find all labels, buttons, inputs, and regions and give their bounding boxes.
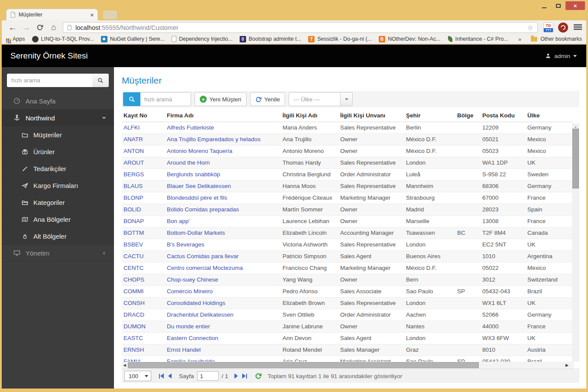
back-button[interactable]: ← bbox=[6, 20, 19, 34]
page-number-input[interactable] bbox=[197, 371, 219, 381]
bookmark-item[interactable]: Dependency Injectio... bbox=[172, 36, 233, 42]
reload-button[interactable] bbox=[33, 20, 46, 34]
customer-id-link[interactable]: BOTTM bbox=[122, 227, 165, 239]
column-header[interactable]: İlgili Kişi Adı bbox=[281, 110, 338, 122]
sidebar-item-alt-bolgeler[interactable]: Alt Bölgeler bbox=[2, 228, 114, 245]
page-size-select[interactable]: 100 bbox=[124, 371, 151, 381]
next-page-button[interactable] bbox=[234, 373, 238, 379]
sidebar-item-urunler[interactable]: Ürünler bbox=[2, 143, 114, 160]
company-name-link[interactable]: Ana Trujillo Emparedados y helados bbox=[165, 134, 281, 145]
customer-id-link[interactable]: DUMON bbox=[122, 321, 165, 332]
customer-id-link[interactable]: ERNSH bbox=[122, 344, 165, 356]
company-name-link[interactable]: Bon app' bbox=[165, 216, 281, 227]
tab-close-icon[interactable]: × bbox=[90, 12, 94, 18]
grid-search-input[interactable] bbox=[140, 92, 191, 106]
first-page-button[interactable] bbox=[159, 373, 164, 379]
customer-id-link[interactable]: BOLID bbox=[122, 204, 165, 215]
user-menu[interactable]: admin bbox=[545, 53, 586, 59]
bookmark-item[interactable]: BNOtherDev: Non-Ac... bbox=[379, 36, 441, 42]
company-name-link[interactable]: Bottom-Dollar Markets bbox=[165, 227, 281, 239]
company-name-link[interactable]: Centro comercial Moctezuma bbox=[165, 262, 281, 274]
sidebar-search-button[interactable] bbox=[92, 74, 109, 87]
bookmark-item[interactable]: Inheritance - C# Pro... bbox=[448, 36, 508, 42]
country-select-arrow-button[interactable] bbox=[340, 93, 352, 106]
company-name-link[interactable]: Bólido Comidas preparadas bbox=[165, 204, 281, 215]
scroll-left-icon[interactable]: ◀ bbox=[123, 363, 126, 367]
company-name-link[interactable]: Consolidated Holdings bbox=[165, 298, 281, 309]
sidebar-item-ana-bolgeler[interactable]: Ana Bölgeler bbox=[2, 211, 114, 228]
column-header[interactable]: Ülke bbox=[526, 110, 573, 122]
company-name-link[interactable]: Drachenblut Delikatessen bbox=[165, 309, 281, 321]
maximize-button[interactable] bbox=[552, 1, 565, 10]
prev-page-button[interactable] bbox=[168, 373, 172, 379]
bookmarks-overflow-chevron[interactable]: » bbox=[518, 36, 521, 42]
home-button[interactable]: ⌂ bbox=[47, 20, 60, 34]
customer-id-link[interactable]: CACTU bbox=[122, 251, 165, 262]
customer-id-link[interactable]: CONSH bbox=[122, 298, 165, 309]
company-name-link[interactable]: Du monde entier bbox=[165, 321, 281, 332]
sidebar-item-kategoriler[interactable]: Kategoriler bbox=[2, 194, 114, 211]
company-name-link[interactable]: Familia Arquibaldo bbox=[165, 356, 281, 362]
bookmark-item[interactable]: TSessizlik - Do-ga-ni (... bbox=[308, 36, 372, 42]
minimize-button[interactable] bbox=[538, 1, 551, 10]
customer-id-link[interactable]: FAMIA bbox=[122, 356, 165, 362]
company-name-link[interactable]: Blondesddsl père et fils bbox=[165, 192, 281, 204]
red-circle-extension-icon[interactable] bbox=[558, 23, 568, 32]
apps-bookmark[interactable]: Apps bbox=[6, 36, 25, 42]
company-name-link[interactable]: Alfreds Futterkiste bbox=[165, 122, 281, 133]
customer-id-link[interactable]: BONAP bbox=[122, 216, 165, 227]
column-header[interactable]: Bölge bbox=[455, 110, 481, 122]
company-name-link[interactable]: Around the Horn bbox=[165, 157, 281, 168]
country-select[interactable]: --- Ülke --- bbox=[289, 92, 353, 106]
scroll-right-icon[interactable]: ▶ bbox=[565, 363, 569, 367]
company-name-link[interactable]: Chop-suey Chinese bbox=[165, 274, 281, 285]
customer-id-link[interactable]: BLONP bbox=[122, 192, 165, 204]
company-name-link[interactable]: Eastern Connection bbox=[165, 333, 281, 344]
company-name-link[interactable]: B's Beverages bbox=[165, 239, 281, 250]
vertical-scroll-thumb[interactable] bbox=[572, 129, 579, 188]
column-header[interactable]: İlgili Kişi Unvanı bbox=[338, 110, 404, 122]
customer-id-link[interactable]: BERGS bbox=[122, 169, 165, 180]
refresh-button[interactable]: Yenile bbox=[250, 92, 285, 106]
new-customer-button[interactable]: + Yeni Müşteri bbox=[195, 92, 247, 106]
horizontal-scrollbar[interactable]: ◀ ▶ bbox=[122, 362, 574, 369]
last-page-button[interactable] bbox=[242, 373, 247, 379]
sidebar-item-yonetim[interactable]: Yönetim bbox=[2, 245, 114, 262]
company-name-link[interactable]: Antonio Moreno Taquería bbox=[165, 146, 281, 157]
customer-id-link[interactable]: BSBEV bbox=[122, 239, 165, 250]
pager-refresh-icon[interactable] bbox=[255, 373, 262, 379]
sidebar-search-input[interactable] bbox=[7, 74, 92, 87]
bookmark-star-icon[interactable]: ☆ bbox=[527, 23, 533, 32]
company-name-link[interactable]: Cactus Comidas para llevar bbox=[165, 251, 281, 262]
horizontal-scroll-thumb[interactable] bbox=[128, 362, 479, 368]
bookmark-item[interactable]: 0Bootstrap adminlte t... bbox=[240, 36, 302, 42]
sidebar-item-musteriler[interactable]: Müşteriler bbox=[2, 126, 114, 143]
customer-id-link[interactable]: CHOPS bbox=[122, 274, 165, 285]
new-tab-button[interactable] bbox=[103, 10, 117, 19]
td-extension-icon[interactable]: TD ??? bbox=[543, 23, 553, 32]
company-name-link[interactable]: Berglunds snabbköp bbox=[165, 169, 281, 180]
customer-id-link[interactable]: BLAUS bbox=[122, 181, 165, 192]
customer-id-link[interactable]: ALFKI bbox=[122, 122, 165, 133]
column-header[interactable]: Posta Kodu bbox=[481, 110, 526, 122]
company-name-link[interactable]: Ernst Handel bbox=[165, 344, 281, 356]
company-name-link[interactable]: Blauer See Delikatessen bbox=[165, 181, 281, 192]
bookmark-item[interactable]: LINQ-to-T-SQL Prov... bbox=[32, 36, 94, 42]
customer-id-link[interactable]: ANTON bbox=[122, 146, 165, 157]
sidebar-item-northwind[interactable]: Northwind bbox=[2, 110, 114, 126]
customer-id-link[interactable]: COMMI bbox=[122, 286, 165, 297]
vertical-scrollbar[interactable]: ▲ bbox=[572, 123, 579, 362]
customer-id-link[interactable]: EASTC bbox=[122, 333, 165, 344]
company-name-link[interactable]: Comércio Mineiro bbox=[165, 286, 281, 297]
forward-button[interactable]: → bbox=[19, 20, 32, 34]
browser-tab[interactable]: Müşteriler × bbox=[6, 9, 98, 20]
sidebar-item-ana-sayfa[interactable]: Ana Sayfa bbox=[2, 93, 114, 110]
url-bar[interactable]: localhost:55555/Northwind/Customer ☆ bbox=[63, 22, 538, 33]
sidebar-item-tedarikciler[interactable]: Tedarikçiler bbox=[2, 160, 114, 177]
customer-id-link[interactable]: AROUT bbox=[122, 157, 165, 168]
close-button[interactable]: × bbox=[565, 1, 585, 10]
chrome-menu-button[interactable] bbox=[573, 23, 582, 31]
customer-id-link[interactable]: CENTC bbox=[122, 262, 165, 274]
bookmark-item[interactable]: NuGet Gallery | Sere... bbox=[101, 36, 165, 42]
customer-id-link[interactable]: ANATR bbox=[122, 134, 165, 145]
